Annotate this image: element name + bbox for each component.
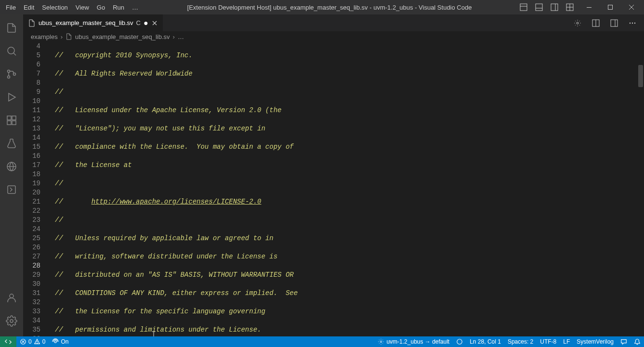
notifications-icon[interactable] [631, 338, 644, 345]
remote-explorer-icon[interactable] [0, 155, 23, 178]
svg-rect-0 [520, 4, 527, 11]
menu-run[interactable]: Run [109, 0, 128, 14]
chevron-right-icon: › [61, 33, 63, 40]
code-line: // [55, 216, 63, 224]
split-editor-right-icon[interactable] [607, 16, 621, 30]
menu-file[interactable]: File [2, 0, 20, 14]
svg-point-15 [8, 70, 10, 73]
line-number: 17 [23, 161, 40, 170]
line-number: 18 [23, 170, 40, 179]
line-number: 21 [23, 197, 40, 206]
code-content[interactable]: // copyright 2010 Synopsys, Inc. // All … [55, 42, 644, 336]
svg-rect-34 [611, 20, 618, 26]
encoding-status[interactable]: UTF-8 [537, 338, 560, 345]
svg-point-51 [457, 339, 462, 345]
line-number-gutter: 4 5 6 7 8 9 10 11 12 13 14 15 16 17 18 1… [23, 42, 48, 336]
breadcrumbs[interactable]: examples › ubus_example_master_seq_lib.s… [23, 31, 644, 42]
menubar: File Edit Selection View Go Run … [Exten… [0, 0, 644, 14]
more-actions-icon[interactable] [626, 16, 639, 30]
activity-bar [0, 14, 23, 336]
menu-go[interactable]: Go [93, 0, 109, 14]
svg-line-14 [13, 53, 16, 55]
sync-status[interactable] [453, 338, 466, 345]
svg-rect-19 [7, 116, 11, 120]
problems-status[interactable]: 0 0 [16, 336, 49, 347]
menu-more[interactable]: … [128, 0, 142, 14]
statusbar: 0 0 On uvm-1.2_ubus → default Ln 28, Col… [0, 336, 644, 347]
line-number: 32 [23, 298, 40, 307]
menu-edit[interactable]: Edit [20, 0, 38, 14]
editor-settings-icon[interactable] [571, 16, 584, 30]
source-control-icon[interactable] [0, 63, 23, 86]
line-number: 7 [23, 69, 40, 78]
line-number: 20 [23, 188, 40, 197]
line-number: 13 [23, 124, 40, 133]
wsl-status[interactable]: uvm-1.2_ubus → default [374, 338, 453, 345]
line-number: 22 [23, 206, 40, 216]
svg-point-27 [10, 294, 13, 298]
window-close-button[interactable] [621, 0, 642, 14]
explorer-icon[interactable] [0, 16, 23, 39]
line-number: 36 [23, 334, 40, 336]
code-line: // distributed on an "AS IS" BASIS, WITH… [55, 271, 294, 279]
file-icon [66, 33, 72, 40]
svg-point-13 [8, 47, 14, 54]
svg-point-49 [54, 341, 56, 343]
svg-point-31 [577, 22, 578, 24]
line-number: 16 [23, 152, 40, 161]
file-icon [28, 19, 36, 27]
line-number: 14 [23, 133, 40, 142]
cursor-position[interactable]: Ln 28, Col 1 [466, 338, 504, 345]
eol-status[interactable]: LF [560, 338, 573, 345]
feedback-icon[interactable] [617, 338, 631, 345]
svg-rect-2 [536, 4, 542, 11]
layout-sidebar-right-icon[interactable] [548, 0, 561, 14]
line-number: 27 [23, 252, 40, 261]
warning-count: 0 [42, 338, 46, 345]
extensions-icon[interactable] [0, 109, 23, 132]
search-icon[interactable] [0, 39, 23, 63]
editor-body[interactable]: 4 5 6 7 8 9 10 11 12 13 14 15 16 17 18 1… [23, 42, 644, 336]
svg-rect-4 [551, 4, 558, 11]
breadcrumb-symbol[interactable]: … [178, 33, 184, 40]
window-maximize-button[interactable] [600, 0, 621, 14]
svg-point-38 [634, 22, 635, 23]
indentation-status[interactable]: Spaces: 2 [504, 338, 537, 345]
layout-panel-top-icon[interactable] [517, 0, 530, 14]
line-number: 5 [23, 51, 40, 60]
tab-ubus-example[interactable]: ubus_example_master_seq_lib.sv C ● [23, 14, 163, 31]
testing-icon[interactable] [0, 132, 23, 155]
tab-close-button[interactable] [151, 20, 158, 26]
window-minimize-button[interactable] [578, 0, 600, 14]
svg-rect-21 [7, 121, 11, 125]
svg-rect-10 [608, 5, 613, 10]
code-line: // writing, software distributed under t… [55, 253, 277, 260]
split-editor-icon[interactable] [589, 16, 603, 30]
code-line: // All Rights Reserved Worldwide [55, 70, 193, 77]
line-number: 34 [23, 316, 40, 325]
tab-lang-badge: C [136, 19, 141, 26]
bookmarks-icon[interactable] [0, 178, 23, 201]
tabs-row: ubus_example_master_seq_lib.sv C ● [23, 14, 644, 31]
layout-panel-bottom-icon[interactable] [532, 0, 546, 14]
accounts-icon[interactable] [0, 286, 23, 309]
menu-selection[interactable]: Selection [38, 0, 71, 14]
breadcrumb-folder[interactable]: examples [31, 33, 58, 40]
line-number: 9 [23, 88, 40, 97]
menu-view[interactable]: View [72, 0, 93, 14]
port-forward-status[interactable]: On [49, 336, 72, 347]
tab-filename: ubus_example_master_seq_lib.sv [39, 19, 133, 26]
scrollbar-thumb[interactable] [638, 65, 643, 87]
language-mode[interactable]: SystemVerilog [573, 338, 617, 345]
breadcrumb-file[interactable]: ubus_example_master_seq_lib.sv [75, 33, 170, 40]
layout-grid-icon[interactable] [563, 0, 577, 14]
run-debug-icon[interactable] [0, 86, 23, 109]
remote-indicator[interactable] [0, 336, 16, 347]
line-number: 29 [23, 270, 40, 280]
svg-rect-22 [12, 121, 16, 125]
settings-gear-icon[interactable] [0, 309, 23, 333]
line-number: 10 [23, 97, 40, 106]
license-link[interactable]: http://www.apache.org/licenses/LICENSE-2… [92, 198, 262, 206]
fold-gutter[interactable] [48, 42, 55, 336]
vertical-scrollbar[interactable] [637, 42, 644, 336]
